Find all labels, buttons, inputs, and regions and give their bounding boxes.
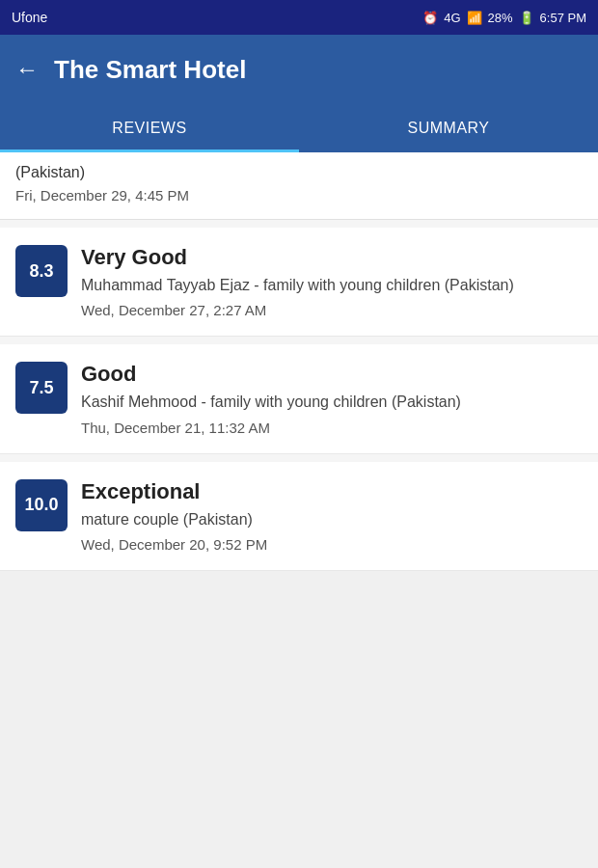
battery-icon: 🔋 [519, 11, 534, 25]
page-title: The Smart Hotel [54, 55, 246, 85]
tab-summary[interactable]: SUMMARY [299, 104, 598, 152]
review-date-0: Wed, December 27, 2:27 AM [81, 302, 583, 318]
rating-label-1: Good [81, 362, 583, 387]
score-badge-1: 7.5 [15, 362, 68, 414]
partial-review-date: Fri, December 29, 4:45 PM [15, 187, 583, 203]
review-item[interactable]: 10.0 Exceptional mature couple (Pakistan… [0, 462, 598, 571]
rating-label-2: Exceptional [81, 479, 583, 504]
review-item[interactable]: 7.5 Good Kashif Mehmood - family with yo… [0, 344, 598, 453]
score-badge-2: 10.0 [15, 479, 68, 531]
review-body-1: Good Kashif Mehmood - family with young … [81, 362, 583, 435]
status-right: ⏰ 4G 📶 28% 🔋 6:57 PM [422, 11, 586, 25]
content-area: (Pakistan) Fri, December 29, 4:45 PM 8.3… [0, 152, 598, 571]
tab-reviews[interactable]: REVIEWS [0, 104, 299, 152]
header: ← The Smart Hotel [0, 35, 598, 104]
back-button[interactable]: ← [15, 56, 39, 83]
rating-label-0: Very Good [81, 245, 583, 270]
network-label: 4G [444, 11, 460, 25]
reviewer-2: mature couple (Pakistan) [81, 509, 583, 530]
partial-reviewer-meta: (Pakistan) [15, 164, 583, 181]
battery-label: 28% [488, 11, 513, 25]
partial-review: (Pakistan) Fri, December 29, 4:45 PM [0, 152, 598, 220]
review-body-2: Exceptional mature couple (Pakistan) Wed… [81, 479, 583, 553]
review-body-0: Very Good Muhammad Tayyab Ejaz - family … [81, 245, 583, 318]
reviewer-1: Kashif Mehmood - family with young child… [81, 392, 583, 413]
review-date-2: Wed, December 20, 9:52 PM [81, 536, 583, 553]
carrier-label: Ufone [12, 10, 47, 25]
alarm-icon: ⏰ [422, 11, 438, 25]
reviewer-0: Muhammad Tayyab Ejaz - family with young… [81, 275, 583, 296]
tab-bar: REVIEWS SUMMARY [0, 104, 598, 152]
status-bar: Ufone ⏰ 4G 📶 28% 🔋 6:57 PM [0, 0, 598, 35]
review-item[interactable]: 8.3 Very Good Muhammad Tayyab Ejaz - fam… [0, 228, 598, 337]
review-date-1: Thu, December 21, 11:32 AM [81, 420, 583, 436]
signal-icon: 📶 [467, 11, 482, 25]
time-label: 6:57 PM [540, 11, 586, 25]
score-badge-0: 8.3 [15, 245, 68, 297]
